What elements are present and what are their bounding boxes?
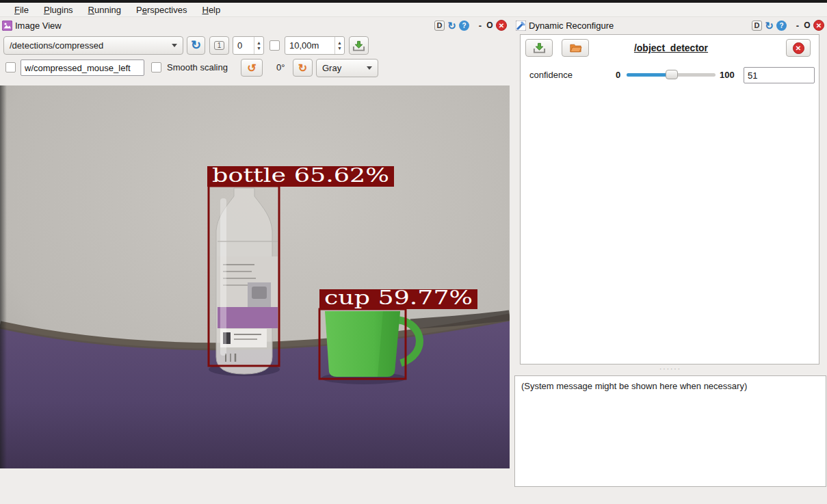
zoom-1-icon: 1 <box>214 41 225 50</box>
dynamic-reconfigure-titlebar: Dynamic Reconfigure D ↻ ? - O ✕ <box>514 18 827 33</box>
image-view-toolbar-top: /detections/compressed ↻ 1 0 ▲▼ 10,00m ▲… <box>0 36 510 56</box>
camera-image-canvas: bottle 65.62%cup 59.77% <box>0 85 510 468</box>
detection-label-text-bottle: bottle 65.62% <box>212 165 389 186</box>
colormap-combo-value: Gray <box>322 63 341 73</box>
help-icon[interactable]: ? <box>776 21 787 31</box>
menu-help[interactable]: Help <box>194 3 228 16</box>
confidence-slider[interactable] <box>627 68 716 81</box>
menu-plugins[interactable]: Plugins <box>36 3 81 16</box>
close-icon[interactable]: ✕ <box>813 20 824 31</box>
mouse-click-topic-input[interactable] <box>21 59 144 76</box>
refresh-topics-button[interactable]: ↻ <box>187 36 205 55</box>
rotate-left-button[interactable]: ↺ <box>241 59 263 77</box>
save-image-button[interactable] <box>349 36 369 55</box>
zoom-1-button[interactable]: 1 <box>209 36 229 55</box>
topic-combo-value: /detections/compressed <box>10 40 103 51</box>
dynamic-reconfigure-panel: /object_detector ✕ confidence 0 100 <box>520 34 819 364</box>
rotate-right-button[interactable]: ↻ <box>293 59 313 77</box>
slider-min-label: 0 <box>616 70 620 80</box>
close-node-icon: ✕ <box>793 42 804 54</box>
slider-max-label: 100 <box>720 70 735 80</box>
rotation-angle-label: 0° <box>276 62 285 72</box>
image-view-titlebar-buttons: D ↻ ? - O ✕ <box>434 20 510 31</box>
max-range-spinbox[interactable]: 10,00m ▲▼ <box>285 36 345 55</box>
system-message-text: (System message might be shown here when… <box>521 381 747 391</box>
smooth-scaling-checkbox[interactable] <box>151 62 161 72</box>
save-image-icon <box>352 40 365 51</box>
image-view-title: Image View <box>15 21 62 31</box>
slider-handle[interactable] <box>666 70 678 79</box>
menu-running[interactable]: Running <box>81 3 129 16</box>
grid-spinbox-value: 0 <box>233 37 254 54</box>
save-params-icon <box>533 42 546 53</box>
chevron-down-icon <box>367 66 372 70</box>
dynamic-reconfigure-title: Dynamic Reconfigure <box>529 21 614 31</box>
minimize-icon[interactable]: - <box>477 21 484 31</box>
load-params-button[interactable] <box>562 39 589 57</box>
dock-icon[interactable]: D <box>434 21 445 31</box>
grid-spinbox[interactable]: 0 ▲▼ <box>233 36 264 55</box>
dynamic-range-checkbox[interactable] <box>270 40 280 51</box>
reload-plugin-icon[interactable]: ↻ <box>764 21 774 31</box>
restore-icon[interactable]: O <box>803 21 811 30</box>
chevron-down-icon <box>172 44 177 47</box>
image-view-titlebar: Image View D ↻ ? - O ✕ <box>0 18 510 33</box>
folder-open-icon <box>569 42 582 53</box>
reload-plugin-icon[interactable]: ↻ <box>447 21 457 31</box>
confidence-value-input[interactable] <box>744 67 815 83</box>
menu-perspectives[interactable]: Perspectives <box>129 3 194 16</box>
dynamic-reconfigure-plugin-icon <box>516 21 526 31</box>
image-view-toolbar-bottom: Smooth scaling ↺ 0° ↻ Gray <box>0 58 510 77</box>
menu-bar: FilePluginsRunningPerspectivesHelp <box>0 3 827 17</box>
spinner-arrows-icon[interactable]: ▲▼ <box>334 37 344 54</box>
save-params-button[interactable] <box>525 39 553 57</box>
node-link[interactable]: /object_detector <box>603 42 739 53</box>
detection-label-text-cup: cup 59.77% <box>324 287 473 308</box>
help-icon[interactable]: ? <box>459 21 469 31</box>
close-icon[interactable]: ✕ <box>496 20 507 31</box>
publish-click-location-checkbox[interactable] <box>5 62 16 72</box>
minimize-icon[interactable]: - <box>794 21 801 31</box>
smooth-scaling-label: Smooth scaling <box>167 62 228 72</box>
param-name-label: confidence <box>529 70 573 80</box>
close-node-button[interactable]: ✕ <box>786 39 811 57</box>
camera-image[interactable]: bottle 65.62%cup 59.77% <box>0 85 510 468</box>
max-range-value: 10,00m <box>285 37 334 54</box>
restore-icon[interactable]: O <box>486 21 494 30</box>
image-view-plugin-icon <box>2 21 12 31</box>
system-message-area[interactable]: (System message might be shown here when… <box>514 375 826 487</box>
spinner-arrows-icon[interactable]: ▲▼ <box>254 37 263 54</box>
confidence-param-row: confidence 0 100 <box>521 65 820 84</box>
splitter-handle[interactable]: ······ <box>514 366 826 374</box>
dynamic-reconfigure-titlebar-buttons: D ↻ ? - O ✕ <box>752 20 827 31</box>
menu-file[interactable]: File <box>7 3 36 16</box>
colormap-combo[interactable]: Gray <box>316 59 378 77</box>
topic-combo[interactable]: /detections/compressed <box>3 36 183 55</box>
dock-icon[interactable]: D <box>752 21 762 31</box>
